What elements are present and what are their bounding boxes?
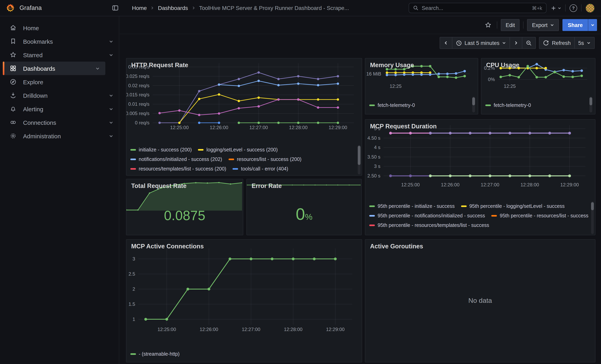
panel-mcp-active-connections: MCP Active Connections 12:25:0012:26:001… <box>126 239 362 362</box>
grafana-app: Grafana Home Dashboards ToolHive MCP Ser… <box>0 0 601 364</box>
svg-text:12:26:00: 12:26:00 <box>210 125 228 130</box>
svg-text:12:27:00: 12:27:00 <box>481 182 499 187</box>
svg-text:1.5: 1.5 <box>129 301 135 307</box>
chevron-down-icon[interactable] <box>109 120 113 125</box>
zoom-out-button[interactable] <box>522 37 536 49</box>
refresh-label: Refresh <box>552 40 571 46</box>
panel-title[interactable]: MCP Request Duration <box>370 123 437 130</box>
sidebar-item-connections[interactable]: Connections <box>0 116 119 129</box>
svg-text:3.50 s: 3.50 s <box>368 154 381 159</box>
legend-item[interactable]: tools/call - success (200) <box>130 174 193 176</box>
legend-scrollbar[interactable] <box>358 145 361 175</box>
time-forward-button[interactable] <box>510 37 522 49</box>
legend-item[interactable]: fetch-telemetry-0 <box>485 100 531 110</box>
divider <box>523 21 524 29</box>
sidebar-item-drilldown[interactable]: Drilldown <box>0 89 119 102</box>
clock-icon <box>456 40 462 46</box>
legend-item[interactable]: 95th percentile - initialize - success <box>369 201 455 211</box>
divider <box>497 21 497 29</box>
chevron-down-icon[interactable] <box>109 53 113 57</box>
favorite-star-button[interactable] <box>483 20 493 30</box>
legend-item[interactable]: resources/list - success (200) <box>229 155 301 164</box>
time-range-picker[interactable]: Last 5 minutes <box>452 37 510 49</box>
export-button[interactable]: Export <box>527 19 559 31</box>
grafana-wordmark: Grafana <box>20 4 42 11</box>
sidebar-item-label: Starred <box>23 51 102 58</box>
sidebar-item-explore[interactable]: Explore <box>0 75 119 89</box>
share-menu-button[interactable] <box>588 19 597 31</box>
refresh-interval-value: 5s <box>578 40 584 46</box>
legend-item[interactable]: 95th percentile - logging/setLevel - suc… <box>461 201 565 211</box>
sidebar-item-dashboards[interactable]: Dashboards <box>3 62 105 75</box>
legend-item[interactable]: 95th percentile - resources/list - succe… <box>491 211 589 221</box>
panel-title[interactable]: Total Request Rate <box>131 182 187 189</box>
legend-item[interactable]: tools/call - error (404) <box>232 164 288 174</box>
no-data-message: No data <box>365 240 595 362</box>
legend-item[interactable]: unknown - success (200) <box>268 174 331 176</box>
sidebar-item-alerting[interactable]: Alerting <box>0 102 119 116</box>
legend-item[interactable]: 95th percentile - notifications/initiali… <box>369 211 485 221</box>
refresh-interval-picker[interactable]: 5s <box>574 37 595 49</box>
time-controls-bar: Last 5 minutes Refresh <box>120 34 601 54</box>
sidebar-item-label: Connections <box>23 119 102 126</box>
sidebar-toggle-icon[interactable] <box>112 4 119 11</box>
chevron-right-icon <box>191 6 196 10</box>
legend-item[interactable]: fetch-telemetry-0 <box>369 100 415 110</box>
duration-legend: 95th percentile - initialize - success95… <box>369 201 590 235</box>
panel-title[interactable]: MCP Active Connections <box>131 243 204 250</box>
legend-scrollbar[interactable] <box>591 201 594 234</box>
breadcrumb-current-dashboard[interactable]: ToolHive MCP Server & Proxy Runner Dashb… <box>199 5 349 11</box>
chevron-down-icon[interactable] <box>109 134 113 138</box>
panel-memory-usage: Memory Usage 12:2516 MiB fetch-telemetry… <box>365 58 478 114</box>
memory-legend: fetch-telemetry-0 <box>369 100 472 112</box>
breadcrumb-home[interactable]: Home <box>132 5 147 11</box>
chevron-down-icon[interactable] <box>109 39 113 43</box>
legend-scrollbar[interactable] <box>472 97 475 112</box>
refresh-button[interactable]: Refresh <box>539 37 575 49</box>
sidebar-item-home[interactable]: Home <box>0 21 119 35</box>
help-icon[interactable]: ? <box>570 4 577 12</box>
time-back-button[interactable] <box>440 37 452 49</box>
svg-text:12:25: 12:25 <box>504 83 516 89</box>
drilldown-icon <box>10 92 17 99</box>
legend-item[interactable]: initialize - success (200) <box>130 145 192 155</box>
sidebar-item-starred[interactable]: Starred <box>0 48 119 62</box>
chevron-down-icon[interactable] <box>109 107 113 111</box>
svg-text:2.50 s: 2.50 s <box>368 173 381 178</box>
add-new-button[interactable] <box>551 5 561 11</box>
search-icon <box>413 5 419 11</box>
chevron-down-icon <box>558 6 561 10</box>
panel-title[interactable]: HTTP Request Rate <box>131 62 188 69</box>
legend-item[interactable]: logging/setLevel - success (200) <box>198 145 278 155</box>
share-button[interactable]: Share <box>563 19 588 31</box>
panel-http-request-rate: HTTP Request Rate 12:25:0012:26:0012:27:… <box>126 58 362 176</box>
panel-title[interactable]: Memory Usage <box>370 62 414 69</box>
chevron-down-icon[interactable] <box>109 93 113 98</box>
compass-icon <box>10 78 17 85</box>
breadcrumb-dashboards[interactable]: Dashboards <box>158 5 188 11</box>
refresh-icon <box>543 40 549 46</box>
legend-item[interactable]: tools/list - success (200) <box>200 174 261 176</box>
zoom-out-icon <box>526 40 532 46</box>
legend-scrollbar[interactable] <box>590 97 592 112</box>
sidebar-item-bookmarks[interactable]: Bookmarks <box>0 35 119 48</box>
mcp-request-duration-chart: 12:25:0012:26:0012:27:0012:28:0012:29:00… <box>365 120 590 189</box>
user-avatar[interactable] <box>585 3 595 12</box>
panel-title[interactable]: Error Rate <box>252 182 282 189</box>
dashboard-toolbar: Edit Export Share <box>120 16 601 34</box>
svg-text:12:27:00: 12:27:00 <box>242 327 260 332</box>
legend-item[interactable]: notifications/initialized - success (202… <box>130 155 222 164</box>
nav-left: Grafana <box>6 0 42 16</box>
edit-button[interactable]: Edit <box>501 19 520 31</box>
sidebar-item-label: Explore <box>23 79 113 85</box>
legend-item[interactable]: 95th percentile - resources/templates/li… <box>369 221 489 230</box>
chevron-down-icon[interactable] <box>95 66 100 70</box>
grafana-logo-icon[interactable] <box>6 4 15 12</box>
legend-item[interactable]: - (streamable-http) <box>130 349 180 359</box>
search-input[interactable]: Search... ⌘+k <box>409 3 547 13</box>
panel-title[interactable]: CPU Usage <box>486 62 519 69</box>
svg-text:0 req/s: 0 req/s <box>135 120 150 125</box>
legend-item[interactable]: resources/templates/list - success (200) <box>130 164 226 174</box>
connections-legend: - (streamable-http) <box>130 349 356 360</box>
sidebar-item-administration[interactable]: Administration <box>0 129 119 143</box>
